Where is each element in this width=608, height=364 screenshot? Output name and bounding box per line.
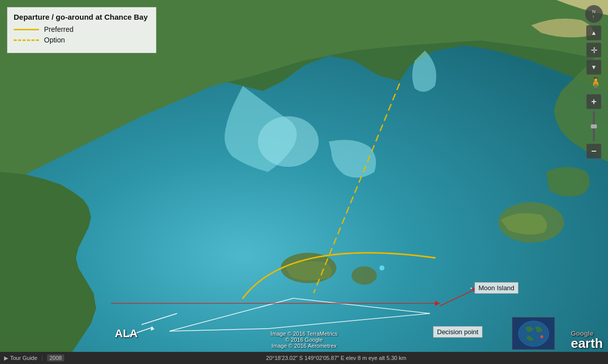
tour-guide-section[interactable]: ▶ Tour Guide: [4, 355, 37, 361]
copyright-text: Image © 2016 TerraMetrics © 2016 Google …: [271, 331, 338, 349]
ge-controls[interactable]: N↑ ▲ ✛ ▼ 🧍 + −: [585, 5, 603, 159]
pegman-icon[interactable]: 🧍: [589, 77, 599, 92]
moon-island-label: Moon Island: [474, 282, 518, 294]
pan-control[interactable]: ✛: [586, 42, 601, 58]
google-earth-logo: Google earth: [571, 330, 603, 350]
option-label: Option: [44, 36, 65, 44]
svg-point-2: [352, 266, 377, 285]
legend-box: Departure / go-around at Chance Bay Pref…: [7, 7, 156, 53]
zoom-out-button[interactable]: −: [586, 144, 601, 159]
map-svg: [0, 0, 608, 364]
svg-point-4: [258, 116, 319, 167]
svg-point-20: [518, 321, 549, 346]
legend-preferred-row: Preferred: [14, 25, 148, 33]
mini-globe[interactable]: [512, 317, 555, 350]
legend-title: Departure / go-around at Chance Bay: [14, 13, 148, 21]
ala-label: ALA: [111, 326, 141, 342]
bottom-bar: ▶ Tour Guide | 2008 20°18'23.02" S 149°0…: [0, 352, 608, 364]
map-container: Departure / go-around at Chance Bay Pref…: [0, 0, 608, 364]
zoom-in-button[interactable]: +: [586, 94, 601, 109]
compass-control[interactable]: N↑: [585, 5, 603, 23]
year-badge: 2008: [47, 354, 64, 361]
legend-option-row: Option: [14, 36, 148, 44]
tour-guide-label: Tour Guide: [10, 355, 37, 361]
tilt-down-button[interactable]: ▼: [586, 60, 601, 75]
zoom-slider[interactable]: [593, 111, 595, 142]
tilt-up-button[interactable]: ▲: [586, 25, 601, 40]
svg-point-21: [540, 335, 543, 338]
preferred-line-icon: [14, 29, 39, 30]
option-line-icon: [14, 39, 39, 41]
svg-point-11: [379, 265, 384, 270]
decision-point-label: Decision point: [433, 326, 483, 338]
coordinates-display: 20°18'23.02" S 149°02'05.87" E elev 8 m …: [68, 355, 604, 361]
zoom-slider-thumb[interactable]: [591, 124, 597, 128]
preferred-label: Preferred: [44, 25, 73, 33]
